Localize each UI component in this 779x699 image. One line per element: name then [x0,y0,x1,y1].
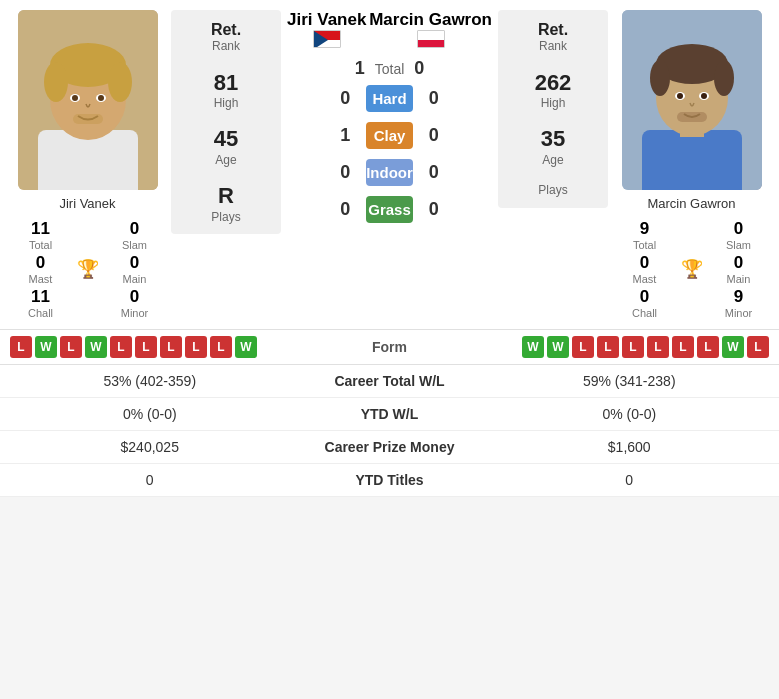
hard-row: 0 Hard 0 [330,83,449,114]
left-stat-panel: Ret. Rank 81 High 45 Age R Plays [171,10,281,234]
svg-rect-11 [73,114,103,124]
form-badge: L [135,336,157,358]
hard-left: 0 [330,88,360,109]
stats-row-left-val: $240,025 [10,439,290,455]
clay-row: 1 Clay 0 [330,120,449,151]
form-badge: L [647,336,669,358]
right-age: 35 Age [541,126,565,167]
stats-row-right-val: 0 [490,472,770,488]
left-player-name: Jiri Vanek [59,196,115,211]
stats-row-label: Career Total W/L [290,373,490,389]
right-stats-below: 9 Total 0 Slam 0 Mast 🏆 0 Main [617,219,767,319]
form-badge: L [622,336,644,358]
right-chall-cell: 0 Chall [617,287,673,319]
left-stats-below: 11 Total 0 Slam 0 Mast 🏆 0 Main [13,219,163,319]
right-minor-cell: 9 Minor [711,287,767,319]
form-badge: L [160,336,182,358]
players-section: Jiri Vanek 11 Total 0 Slam 0 Mast 🏆 [0,0,779,329]
svg-point-10 [98,95,104,101]
svg-rect-28 [677,112,707,122]
stats-row-right-val: 0% (0-0) [490,406,770,422]
left-mast-cell: 0 Mast [13,253,69,285]
grass-row: 0 Grass 0 [330,194,449,225]
right-stat-panel: Ret. Rank 262 High 35 Age Plays [498,10,608,208]
svg-point-6 [108,62,132,102]
svg-point-22 [650,60,670,96]
form-badge: L [697,336,719,358]
stats-row-label: Career Prize Money [290,439,490,455]
total-left-score: 1 [345,58,375,79]
left-main-cell: 0 Main [107,253,163,285]
left-player-column: Jiri Vanek 11 Total 0 Slam 0 Mast 🏆 [10,10,165,319]
clay-btn: Clay [366,122,413,149]
svg-point-5 [44,62,68,102]
form-section: LWLWLLLLLW Form WWLLLLLLWL [0,329,779,364]
left-plays: R Plays [211,183,240,224]
left-header-name: Jiri Vanek [287,10,366,30]
right-player-name: Marcin Gawron [647,196,735,211]
svg-point-9 [72,95,78,101]
form-badge: W [522,336,544,358]
svg-point-23 [714,60,734,96]
stats-row-right-val: $1,600 [490,439,770,455]
right-player-column: Marcin Gawron 9 Total 0 Slam 0 Mast 🏆 [614,10,769,319]
right-total-cell: 9 Total [617,219,673,251]
stats-row-left-val: 0 [10,472,290,488]
stats-row: 0YTD Titles0 [0,464,779,497]
form-badge: L [60,336,82,358]
grass-left: 0 [330,199,360,220]
right-header-name: Marcin Gawron [369,10,492,30]
right-flag [417,30,445,48]
svg-rect-18 [642,130,742,190]
left-slam-cell: 0 Slam [107,219,163,251]
right-mast-cell: 0 Mast [617,253,673,285]
form-label: Form [340,339,440,355]
form-badge: L [210,336,232,358]
right-name-flag: Marcin Gawron [369,10,492,48]
main-container: Jiri Vanek 11 Total 0 Slam 0 Mast 🏆 [0,0,779,497]
svg-point-26 [677,93,683,99]
left-form-badges: LWLWLLLLLW [10,336,340,358]
left-trophy-icon: 🏆 [77,258,99,280]
indoor-left: 0 [330,162,360,183]
svg-rect-16 [418,40,445,48]
stats-row-label: YTD W/L [290,406,490,422]
total-row: 1 Total 0 [345,58,435,79]
form-badge: L [672,336,694,358]
stats-row-left-val: 53% (402-359) [10,373,290,389]
right-high-rank: 262 High [535,70,572,111]
clay-right: 0 [419,125,449,146]
right-form-badges: WWLLLLLLWL [440,336,770,358]
stats-row-label: YTD Titles [290,472,490,488]
stats-row-right-val: 59% (341-238) [490,373,770,389]
form-badge: W [235,336,257,358]
left-age: 45 Age [214,126,238,167]
total-label: Total [375,61,405,77]
indoor-right: 0 [419,162,449,183]
indoor-btn: Indoor [366,159,413,186]
svg-point-27 [701,93,707,99]
right-ret-rank: Ret. Rank [538,20,568,54]
stats-row: 0% (0-0)YTD W/L0% (0-0) [0,398,779,431]
form-badge: W [547,336,569,358]
form-badge: L [597,336,619,358]
clay-left: 1 [330,125,360,146]
left-player-photo [18,10,158,190]
stats-row: $240,025Career Prize Money$1,600 [0,431,779,464]
career-stats: 53% (402-359)Career Total W/L59% (341-23… [0,364,779,497]
stats-row: 53% (402-359)Career Total W/L59% (341-23… [0,365,779,398]
left-chall-cell: 11 Chall [13,287,69,319]
left-high-rank: 81 High [214,70,239,111]
stats-row-left-val: 0% (0-0) [10,406,290,422]
right-slam-cell: 0 Slam [711,219,767,251]
form-badge: L [10,336,32,358]
left-minor-cell: 0 Minor [107,287,163,319]
indoor-row: 0 Indoor 0 [330,157,449,188]
hard-btn: Hard [366,85,413,112]
center-column: Jiri Vanek Marcin Gawron [287,10,492,225]
left-flag [313,30,341,48]
grass-right: 0 [419,199,449,220]
form-badge: L [185,336,207,358]
form-badge: L [110,336,132,358]
form-badge: W [85,336,107,358]
